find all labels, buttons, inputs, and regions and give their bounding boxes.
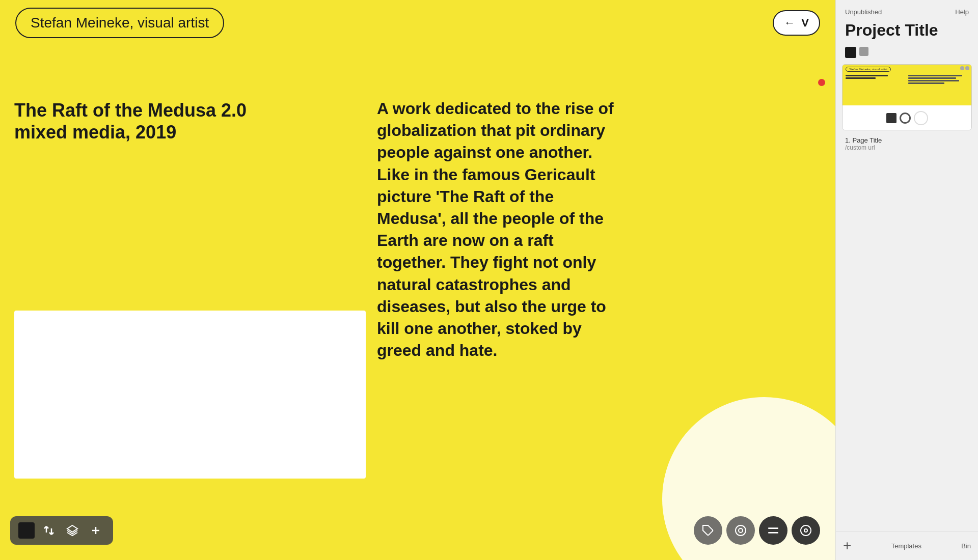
publish-status: Unpublished xyxy=(845,8,882,16)
thumb-content-area xyxy=(843,74,971,86)
thumb-title-badge: Stefan Meineke, visual artist xyxy=(846,67,891,72)
panel-add-page-button[interactable]: + xyxy=(843,539,851,553)
color-square-icon[interactable] xyxy=(18,522,35,539)
artwork-medium: mixed media, 2019 xyxy=(14,121,247,143)
swatch-gray[interactable] xyxy=(859,47,868,56)
page-list-item-1[interactable]: 1. Page Title /custom url xyxy=(836,130,978,154)
panel-bottom: + Templates Bin xyxy=(836,531,978,560)
thumb-right-text xyxy=(908,75,969,85)
panel-bin-button[interactable]: Bin xyxy=(961,542,971,550)
right-panel: Unpublished Help Project Title Stefan Me… xyxy=(835,0,978,560)
thumb-line-5 xyxy=(908,80,960,81)
nav-pill[interactable]: ← V xyxy=(773,10,820,36)
thumb-line-4 xyxy=(908,77,957,79)
tag-button[interactable] xyxy=(694,516,722,545)
right-bottom-controls xyxy=(694,516,820,545)
back-arrow-icon: ← xyxy=(784,16,795,30)
page-thumbnail[interactable]: Stefan Meineke, visual artist xyxy=(842,64,972,130)
thumb-header-bar: Stefan Meineke, visual artist xyxy=(843,65,971,74)
settings-button[interactable] xyxy=(792,516,820,545)
artwork-image-box xyxy=(14,311,366,479)
thumb-left-block xyxy=(846,75,906,85)
project-title[interactable]: Project Title xyxy=(836,21,978,47)
thumb-inner: Stefan Meineke, visual artist xyxy=(843,65,971,105)
panel-templates-button[interactable]: Templates xyxy=(891,542,921,550)
bottom-toolbar xyxy=(10,516,113,545)
panel-header: Unpublished Help xyxy=(836,0,978,21)
layers-button[interactable] xyxy=(63,521,82,540)
thumb-close-btns xyxy=(960,66,969,70)
swatch-dark[interactable] xyxy=(845,47,856,58)
thumb-circle-outline xyxy=(900,113,911,124)
menu-button[interactable] xyxy=(759,516,787,545)
swap-button[interactable] xyxy=(40,521,58,540)
add-element-button[interactable] xyxy=(87,521,105,540)
artwork-description: A work dedicated to the rise of globaliz… xyxy=(377,98,627,361)
thumb-shapes-row xyxy=(843,105,971,130)
svg-point-8 xyxy=(801,525,811,536)
artwork-title: The Raft of the Medusa 2.0 xyxy=(14,99,247,121)
thumb-line-3 xyxy=(908,75,963,76)
thumb-line-6 xyxy=(908,82,944,84)
header-bar: Stefan Meineke, visual artist ← V xyxy=(0,0,835,46)
main-canvas: Stefan Meineke, visual artist ← V The Ra… xyxy=(0,0,835,560)
color-swatches xyxy=(836,47,978,64)
artwork-info: The Raft of the Medusa 2.0 mixed media, … xyxy=(14,99,247,143)
nav-controls: ← V xyxy=(773,10,820,36)
svg-point-5 xyxy=(739,528,743,533)
content-area: The Raft of the Medusa 2.0 mixed media, … xyxy=(0,46,835,560)
page-list-url: /custom url xyxy=(845,144,969,151)
thumb-square xyxy=(886,113,896,123)
page-list-number: 1. Page Title xyxy=(845,136,969,144)
thumb-close-btn-2 xyxy=(965,66,969,70)
preview-button[interactable] xyxy=(726,516,755,545)
thumb-circle-white xyxy=(914,111,928,125)
help-button[interactable]: Help xyxy=(955,8,969,16)
thumb-line-1 xyxy=(846,75,888,76)
svg-point-4 xyxy=(736,525,746,536)
svg-point-9 xyxy=(804,529,807,532)
thumb-line-2 xyxy=(846,77,876,79)
site-title-badge[interactable]: Stefan Meineke, visual artist xyxy=(15,8,224,38)
thumb-close-btn-1 xyxy=(960,66,964,70)
nav-letter: V xyxy=(801,16,809,30)
